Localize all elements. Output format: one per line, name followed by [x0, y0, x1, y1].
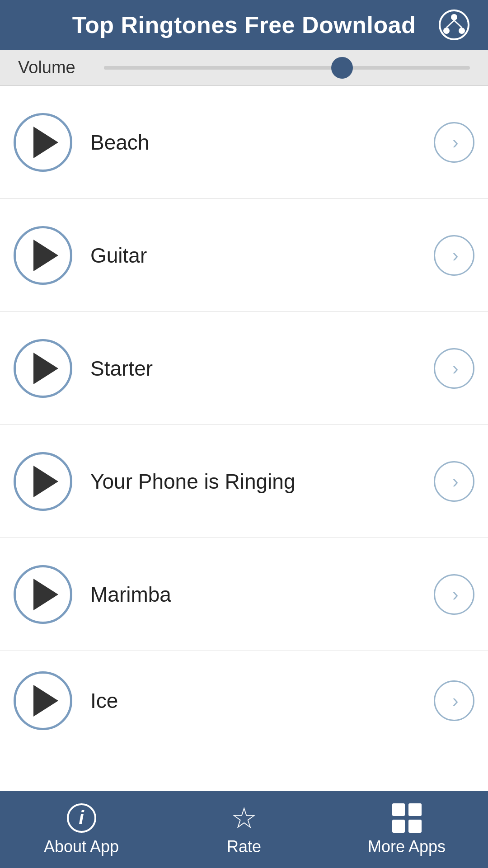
play-icon	[33, 466, 58, 497]
ringtone-name: Guitar	[72, 243, 434, 268]
volume-fill	[104, 66, 342, 70]
play-icon	[33, 127, 58, 158]
ringtone-name: Your Phone is Ringing	[72, 469, 434, 494]
volume-label: Volume	[18, 58, 90, 77]
play-button[interactable]	[14, 452, 72, 511]
list-item: Guitar ›	[0, 199, 488, 312]
chevron-right-icon: ›	[452, 133, 458, 151]
nav-item-more[interactable]: More Apps	[325, 791, 488, 868]
detail-button[interactable]: ›	[434, 680, 474, 721]
nav-rate-label: Rate	[227, 837, 261, 856]
list-item: Beach ›	[0, 86, 488, 199]
nav-item-about[interactable]: i About App	[0, 791, 163, 868]
chevron-right-icon: ›	[452, 359, 458, 377]
svg-point-3	[459, 28, 465, 34]
detail-button[interactable]: ›	[434, 348, 474, 389]
play-button[interactable]	[14, 226, 72, 285]
play-icon	[33, 579, 58, 610]
play-button[interactable]	[14, 339, 72, 398]
detail-button[interactable]: ›	[434, 574, 474, 615]
ringtone-name: Beach	[72, 130, 434, 155]
svg-point-1	[451, 14, 457, 20]
svg-line-5	[454, 20, 462, 28]
nav-item-rate[interactable]: ☆ Rate	[163, 791, 325, 868]
play-button[interactable]	[14, 565, 72, 624]
ringtone-name: Marimba	[72, 582, 434, 607]
detail-button[interactable]: ›	[434, 122, 474, 163]
ringtone-name: Ice	[72, 689, 434, 713]
nav-about-label: About App	[44, 837, 119, 856]
list-item: Ice ›	[0, 651, 488, 750]
bottom-navigation: i About App ☆ Rate More Apps	[0, 791, 488, 868]
app-header: Top Ringtones Free Download	[0, 0, 488, 50]
chevron-right-icon: ›	[452, 585, 458, 604]
chevron-right-icon: ›	[452, 692, 458, 710]
volume-slider[interactable]	[104, 66, 470, 70]
volume-section: Volume	[0, 50, 488, 86]
list-item: Your Phone is Ringing ›	[0, 425, 488, 538]
play-button[interactable]	[14, 671, 72, 730]
app-title: Top Ringtones Free Download	[72, 11, 416, 38]
info-icon: i	[67, 803, 96, 833]
volume-thumb[interactable]	[331, 57, 353, 79]
grid-icon	[392, 803, 422, 833]
star-icon: ☆	[231, 803, 257, 833]
chevron-right-icon: ›	[452, 246, 458, 264]
detail-button[interactable]: ›	[434, 235, 474, 276]
ringtone-list: Beach › Guitar › Starter › Your	[0, 86, 488, 791]
play-icon	[33, 353, 58, 384]
play-icon	[33, 685, 58, 717]
detail-button[interactable]: ›	[434, 461, 474, 502]
nav-more-label: More Apps	[368, 837, 446, 856]
svg-line-4	[446, 20, 454, 28]
svg-point-2	[443, 28, 450, 34]
ringtone-name: Starter	[72, 356, 434, 381]
chevron-right-icon: ›	[452, 472, 458, 491]
list-item: Marimba ›	[0, 538, 488, 651]
app-logo-icon	[438, 9, 470, 41]
play-button[interactable]	[14, 113, 72, 172]
play-icon	[33, 240, 58, 271]
list-item: Starter ›	[0, 312, 488, 425]
